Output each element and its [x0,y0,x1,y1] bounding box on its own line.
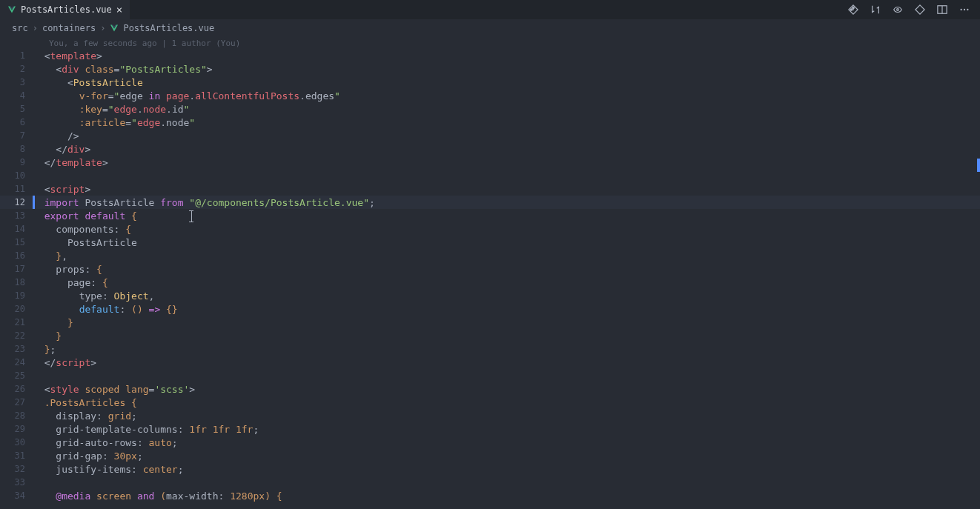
code-line[interactable]: :article="edge.node" [33,117,195,128]
code-line[interactable]: justify-items: center; [33,464,184,475]
code-line[interactable]: v-for="edge in page.allContentfulPosts.e… [33,90,340,102]
code-line[interactable]: @media screen and (max-width: 1280px) { [33,490,282,502]
line-number: 20 [0,304,33,314]
code-line[interactable]: import PostsArticle from "@/components/P… [33,197,375,208]
code-line[interactable]: components: { [33,224,131,235]
line-number: 1 [0,50,33,61]
line-number: 11 [0,184,33,194]
code-line[interactable]: grid-auto-rows: auto; [33,437,178,448]
code-line[interactable]: PostsArticle [33,237,137,248]
code-line[interactable]: <script> [33,184,90,195]
git-icon[interactable] [848,4,858,15]
line-number: 18 [0,277,33,287]
tab-bar: PostsArticles.vue × [0,0,980,19]
line-number: 31 [0,450,33,461]
svg-point-4 [960,9,961,10]
preview-icon[interactable] [893,4,903,15]
line-number: 17 [0,264,33,274]
code-line[interactable]: <template> [33,50,102,61]
code-line[interactable]: } [33,330,62,342]
code-line[interactable]: default: () => {} [33,304,178,315]
breadcrumb-item-file[interactable]: PostsArticles.vue [123,23,214,33]
line-number: 6 [0,117,33,127]
breadcrumb-item-src[interactable]: src [12,23,28,33]
svg-point-1 [850,9,852,10]
code-line[interactable]: .PostsArticles { [33,397,137,408]
code-line[interactable]: } [33,317,73,328]
line-number: 16 [0,250,33,261]
code-line[interactable]: type: Object, [33,290,154,302]
line-number: 21 [0,317,33,327]
chevron-right-icon: › [33,23,38,33]
line-number: 24 [0,357,33,367]
line-number: 25 [0,370,33,381]
line-number: 30 [0,437,33,448]
line-number: 4 [0,90,33,101]
svg-point-5 [964,9,965,10]
line-number: 9 [0,157,33,167]
titlebar-action-icons [848,4,980,15]
line-number: 7 [0,130,33,141]
code-line[interactable]: export default { [33,210,137,222]
code-line[interactable]: <div class="PostsArticles"> [33,64,213,75]
scroll-indicator [977,159,980,172]
line-number: 22 [0,330,33,341]
compare-icon[interactable] [870,4,881,15]
line-number: 28 [0,410,33,421]
code-line[interactable]: }; [33,344,56,355]
line-number: 14 [0,224,33,234]
text-cursor-icon [191,210,192,222]
line-number: 19 [0,290,33,301]
vue-file-icon [110,24,119,33]
svg-point-0 [852,7,854,8]
line-number: 13 [0,210,33,221]
code-line[interactable]: /> [33,130,79,142]
line-number: 3 [0,77,33,87]
svg-point-2 [897,9,899,11]
tab-label: PostsArticles.vue [21,4,112,15]
code-line[interactable]: display: grid; [33,410,137,422]
line-number: 32 [0,464,33,474]
chevron-right-icon: › [100,23,105,33]
tab-postsarticles[interactable]: PostsArticles.vue × [0,0,130,19]
diff-icon[interactable] [915,4,925,15]
breadcrumb: src › containers › PostsArticles.vue [0,19,980,37]
code-line[interactable]: <PostsArticle [33,77,143,88]
code-line[interactable]: page: { [33,277,108,288]
editor-area[interactable]: 1 <template> 2 <div class="PostsArticles… [0,49,980,509]
code-line[interactable]: grid-gap: 30px; [33,450,143,462]
line-cursor-indicator [33,196,35,209]
line-number: 5 [0,104,33,114]
line-number: 15 [0,237,33,247]
line-number: 27 [0,397,33,407]
vue-file-icon [7,5,16,14]
split-icon[interactable] [937,4,947,15]
code-line[interactable]: }, [33,250,67,262]
code-line[interactable]: :key="edge.node.id" [33,104,189,115]
line-number: 29 [0,424,33,434]
code-line[interactable]: props: { [33,264,102,275]
line-number: 12 [0,197,33,207]
code-line[interactable]: <style scoped lang='scss'> [33,384,195,395]
line-number: 10 [0,170,33,181]
code-line[interactable]: </div> [33,144,90,155]
tabs-container: PostsArticles.vue × [0,0,130,19]
breadcrumb-item-containers[interactable]: containers [42,23,96,33]
codelens-author[interactable]: You, a few seconds ago | 1 author (You) [0,37,980,49]
svg-point-6 [967,9,968,10]
line-number: 2 [0,64,33,74]
line-number: 26 [0,384,33,394]
line-number: 8 [0,144,33,154]
code-line[interactable]: grid-template-columns: 1fr 1fr 1fr; [33,424,259,435]
more-icon[interactable] [959,4,970,15]
line-number: 23 [0,344,33,354]
line-number: 33 [0,477,33,488]
line-number: 34 [0,490,33,501]
code-line[interactable]: </script> [33,357,96,368]
code-line[interactable]: </template> [33,157,108,168]
close-icon[interactable]: × [116,4,122,16]
